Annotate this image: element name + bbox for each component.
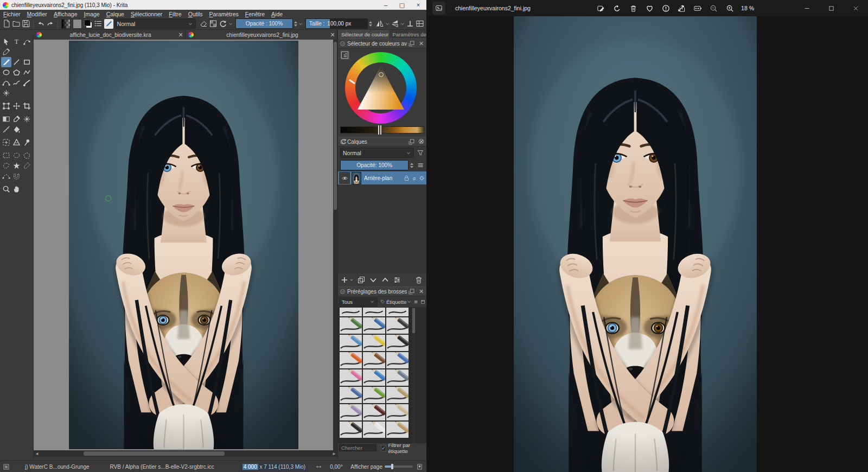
canvas-vertical-scrollbar[interactable] xyxy=(333,40,337,450)
fg-bg-colors[interactable] xyxy=(84,20,92,28)
rect-select-tool[interactable] xyxy=(1,150,11,161)
ellipse-select-tool[interactable] xyxy=(11,150,22,161)
tag-button-label[interactable]: Étiquette xyxy=(386,299,407,305)
current-brush-name[interactable]: j) WaterC B...ound-Grunge xyxy=(25,464,90,470)
filter-by-tag-checkbox[interactable]: ✓ Filtrer par étiquette xyxy=(381,442,425,454)
photos-titlebar[interactable]: chienfilleyeuxvairons2_fini.jpg 18 % xyxy=(427,0,868,16)
delete-icon[interactable] xyxy=(625,0,641,16)
rectangle-tool[interactable] xyxy=(22,57,32,67)
color-selector-header[interactable]: Sélecteur de couleurs avancé ✕ xyxy=(338,39,426,48)
canvas-only-icon[interactable] xyxy=(3,463,10,470)
line-tool[interactable] xyxy=(11,57,22,67)
zoom-level-label[interactable]: 18 % xyxy=(741,5,754,11)
file-new-icon[interactable] xyxy=(2,19,11,28)
polygon-select-tool[interactable] xyxy=(22,150,32,161)
menu-parametres[interactable]: Paramètres xyxy=(206,10,242,18)
minimize-icon[interactable]: – xyxy=(378,0,394,10)
freehand-select-tool[interactable] xyxy=(1,161,11,171)
text-tool[interactable]: T xyxy=(11,36,22,47)
float-docker-icon[interactable] xyxy=(408,40,415,47)
tag-icon[interactable] xyxy=(380,298,385,305)
alpha-lock-icon[interactable]: α xyxy=(411,175,418,182)
brush-preset-thumbnail[interactable] xyxy=(386,404,409,421)
gradient-swatch[interactable] xyxy=(61,19,71,29)
color-history-gradient[interactable] xyxy=(340,126,424,133)
calligraphy-tool[interactable] xyxy=(1,47,11,57)
storage-icon[interactable] xyxy=(420,298,425,305)
collapse-docker-icon[interactable] xyxy=(340,41,346,47)
krita-canvas[interactable] xyxy=(34,40,337,450)
menu-modifier[interactable]: Modifier xyxy=(24,10,50,18)
similar-select-tool[interactable] xyxy=(22,161,32,171)
polyline-tool[interactable] xyxy=(22,67,32,78)
brush-preset-thumbnail[interactable] xyxy=(386,352,409,369)
tab-parameters[interactable]: Paramètres de... xyxy=(389,30,426,39)
scroll-left-icon[interactable]: ◄ xyxy=(34,451,40,456)
maximize-icon[interactable] xyxy=(819,0,844,16)
artwork-canvas[interactable] xyxy=(69,41,298,449)
photos-app-icon[interactable] xyxy=(432,2,445,15)
page-icon[interactable] xyxy=(416,463,423,470)
document-tab-active[interactable]: chienfilleyeuxvairons2_fini.jpg ✕ xyxy=(186,30,337,40)
brush-preset-thumbnail[interactable] xyxy=(386,317,409,334)
layer-row[interactable]: Arrière-plan α xyxy=(338,171,426,184)
brush-preset-thumbnail[interactable] xyxy=(339,317,362,334)
opacity-spinner[interactable] xyxy=(293,19,298,28)
brush-preset-thumbnail[interactable] xyxy=(386,307,409,317)
scroll-right-icon[interactable]: ► xyxy=(331,451,337,456)
close-icon[interactable]: × xyxy=(410,0,426,10)
fullscreen-icon[interactable] xyxy=(673,0,689,16)
view-mode-icon[interactable] xyxy=(413,298,418,305)
transform-select-tool[interactable] xyxy=(1,36,11,47)
freehand-path-tool[interactable] xyxy=(11,78,22,88)
transform-tool[interactable] xyxy=(1,101,11,111)
close-icon[interactable]: ✕ xyxy=(328,31,337,39)
photos-image-area[interactable] xyxy=(427,16,868,472)
multibrush-tool[interactable] xyxy=(1,88,11,98)
brush-preset-thumbnail[interactable] xyxy=(362,404,386,421)
brush-preset-thumbnail[interactable] xyxy=(339,307,362,317)
reference-images-tool[interactable] xyxy=(22,137,32,148)
document-tab[interactable]: affiche_lucie_doc_biodiversite.kra ✕ xyxy=(34,30,186,40)
move-tool[interactable] xyxy=(11,101,22,111)
eraser-icon[interactable] xyxy=(199,19,208,28)
brush-preset-thumbnail[interactable] xyxy=(362,307,386,317)
size-spinner[interactable] xyxy=(368,19,373,28)
edit-image-icon[interactable] xyxy=(592,0,609,16)
opacity-slider[interactable]: Opacité : 100% xyxy=(235,18,292,29)
layer-visibility-toggle[interactable] xyxy=(339,172,350,184)
close-icon[interactable] xyxy=(844,0,868,16)
reset-colors-icon[interactable] xyxy=(340,138,347,145)
krita-titlebar[interactable]: chienfilleyeuxvairons2_fini.jpg (110,3 M… xyxy=(0,0,426,10)
brush-preset-thumbnail[interactable] xyxy=(362,317,386,334)
fill-tool[interactable] xyxy=(11,124,22,135)
brush-size-slider[interactable]: Taille : 100,00 px xyxy=(305,18,368,29)
duplicate-layer-icon[interactable] xyxy=(357,276,366,284)
zoom-in-icon[interactable] xyxy=(722,0,738,16)
chevron-down-icon[interactable] xyxy=(228,21,233,27)
brush-preset-thumbnail[interactable] xyxy=(386,334,409,352)
float-docker-icon[interactable] xyxy=(408,288,415,295)
brush-preset-thumbnail[interactable] xyxy=(362,369,386,386)
layer-blend-mode-dropdown[interactable]: Normal xyxy=(340,148,414,158)
chevron-down-icon[interactable] xyxy=(385,21,390,27)
selector-shape-icon[interactable]: 1 xyxy=(340,50,349,60)
pattern-swatch[interactable] xyxy=(73,19,82,29)
close-icon[interactable]: ✕ xyxy=(418,288,425,295)
menu-affichage[interactable]: Affichage xyxy=(50,10,81,18)
search-input[interactable]: Chercher xyxy=(339,444,376,451)
brush-preset-thumbnail[interactable] xyxy=(339,369,362,386)
fit-to-window-icon[interactable] xyxy=(689,0,705,16)
layer-properties-icon[interactable] xyxy=(393,276,401,284)
layer-name[interactable]: Arrière-plan xyxy=(361,175,403,181)
edit-shapes-tool[interactable] xyxy=(22,36,32,47)
pattern-edit-tool[interactable] xyxy=(22,114,32,124)
enclose-fill-tool[interactable] xyxy=(1,137,11,148)
advanced-color-selector[interactable]: 1 xyxy=(338,48,426,137)
chevron-down-icon[interactable] xyxy=(400,21,405,27)
crop-tool[interactable] xyxy=(22,101,32,111)
menu-calque[interactable]: Calque xyxy=(103,10,127,18)
layer-opacity-spinner[interactable] xyxy=(409,161,413,170)
brush-preset-thumbnail[interactable] xyxy=(362,352,386,369)
wrap-around-icon[interactable] xyxy=(406,19,414,28)
